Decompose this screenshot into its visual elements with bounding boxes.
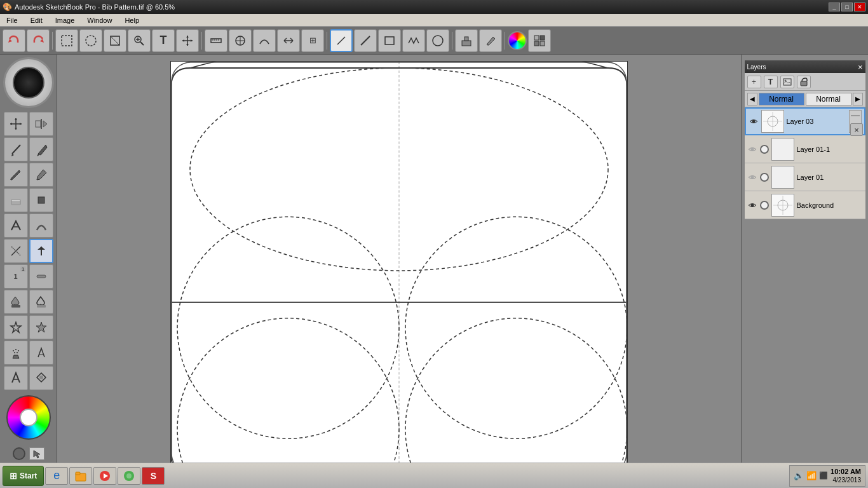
layer-radio-01[interactable] bbox=[760, 173, 769, 182]
layer-name-03: Layer 03 bbox=[787, 118, 846, 125]
move-transform-tool[interactable] bbox=[4, 112, 28, 136]
layer-eye-01[interactable] bbox=[747, 172, 757, 182]
layer-name-01: Layer 01 bbox=[797, 173, 863, 181]
text-button[interactable]: T bbox=[152, 29, 175, 52]
fill-tool-2[interactable] bbox=[29, 290, 53, 314]
pen-tool-1[interactable] bbox=[4, 137, 28, 161]
select-rect-button[interactable] bbox=[55, 29, 78, 52]
layer-radio-bg[interactable] bbox=[760, 201, 769, 210]
stamp-button[interactable] bbox=[455, 29, 478, 52]
brush-tool-2[interactable] bbox=[29, 163, 53, 187]
taskbar-app5[interactable]: S bbox=[142, 467, 165, 485]
smudge-tool-2[interactable] bbox=[29, 264, 53, 288]
layer-thumb-01 bbox=[771, 166, 794, 189]
symmetry-button[interactable] bbox=[229, 29, 252, 52]
taskbar-ie[interactable]: e bbox=[45, 467, 68, 485]
left-tool-row-9 bbox=[4, 315, 53, 339]
svg-rect-53 bbox=[38, 197, 44, 203]
select-lasso-button[interactable] bbox=[79, 29, 102, 52]
spray-tool-1[interactable] bbox=[4, 341, 28, 365]
left-tool-row-6 bbox=[4, 239, 53, 263]
menu-file[interactable]: File bbox=[3, 15, 22, 25]
calligraphy-tool-1[interactable] bbox=[4, 214, 28, 238]
ellipse-tool-button[interactable] bbox=[426, 29, 449, 52]
brush-tool-1[interactable] bbox=[4, 163, 28, 187]
start-button[interactable]: ⊞ Start bbox=[3, 466, 44, 486]
lock-layer-button[interactable] bbox=[797, 76, 811, 88]
pen-button[interactable] bbox=[330, 29, 353, 52]
undo-button[interactable] bbox=[3, 29, 25, 52]
close-button[interactable]: ✕ bbox=[854, 3, 865, 11]
color-dot[interactable] bbox=[13, 447, 25, 460]
start-icon: ⊞ bbox=[10, 471, 17, 481]
titlebar: 🎨 Autodesk SketchBook Pro - Bib Pattern.… bbox=[0, 0, 868, 14]
taskbar-media[interactable] bbox=[93, 467, 116, 485]
start-label: Start bbox=[20, 471, 37, 480]
smudge-tool-1[interactable]: 1 1 bbox=[4, 264, 28, 288]
image-layer-button[interactable] bbox=[780, 76, 794, 88]
layer-item-01-1[interactable]: Layer 01-1 bbox=[745, 135, 865, 163]
color-tool-2[interactable] bbox=[29, 366, 53, 390]
blend-tool-2-active[interactable] bbox=[29, 239, 53, 263]
pointer-tool[interactable] bbox=[29, 447, 44, 460]
layer-eye-03[interactable] bbox=[749, 116, 759, 126]
maximize-button[interactable]: □ bbox=[841, 3, 853, 11]
blend-tool-1[interactable] bbox=[4, 239, 28, 263]
rect-tool-button[interactable] bbox=[378, 29, 401, 52]
line-button[interactable] bbox=[354, 29, 377, 52]
menu-edit[interactable]: Edit bbox=[27, 15, 46, 25]
titlebar-controls[interactable]: _ □ ✕ bbox=[829, 3, 865, 11]
toolbar-separator bbox=[52, 32, 53, 50]
svg-marker-56 bbox=[37, 247, 45, 250]
text-layer-button[interactable]: T bbox=[764, 76, 778, 88]
zoom-button[interactable] bbox=[128, 29, 151, 52]
color-tool-1[interactable] bbox=[4, 366, 28, 390]
layer-radio-01-1[interactable] bbox=[760, 145, 769, 154]
eraser-tool-1[interactable] bbox=[4, 188, 28, 212]
stamp-tool-2[interactable] bbox=[29, 315, 53, 339]
layer-item-03[interactable]: Layer 03 bbox=[745, 107, 865, 135]
move-button[interactable] bbox=[176, 29, 199, 52]
brush2-button[interactable] bbox=[479, 29, 502, 52]
canvas-container[interactable] bbox=[57, 55, 741, 463]
blend-prev-button[interactable]: ◀ bbox=[747, 93, 757, 105]
guides-button[interactable]: ⊞ bbox=[301, 29, 324, 52]
blend-mode-label[interactable]: Normal bbox=[759, 93, 804, 105]
minimize-button[interactable]: _ bbox=[829, 3, 840, 11]
fill-tool-1[interactable] bbox=[4, 290, 28, 314]
canvas[interactable] bbox=[170, 61, 628, 463]
panel-close-button[interactable]: × bbox=[850, 123, 863, 136]
layer-eye-bg[interactable] bbox=[747, 200, 757, 210]
brush-size-indicator[interactable] bbox=[3, 57, 54, 108]
redo-button[interactable] bbox=[27, 29, 50, 52]
blend-next-button[interactable]: ▶ bbox=[853, 93, 863, 105]
flip-tool[interactable] bbox=[29, 112, 53, 136]
layers-close-button[interactable]: × bbox=[858, 62, 863, 72]
svg-marker-14 bbox=[182, 39, 184, 42]
layer-eye-01-1[interactable] bbox=[747, 144, 757, 154]
curve-button[interactable] bbox=[253, 29, 276, 52]
menu-window[interactable]: Window bbox=[83, 15, 116, 25]
spray-tool-2[interactable] bbox=[29, 341, 53, 365]
wave-button[interactable] bbox=[402, 29, 425, 52]
color-wheel-button[interactable] bbox=[508, 31, 527, 50]
ruler-button[interactable] bbox=[205, 29, 227, 52]
crop-button[interactable] bbox=[104, 29, 126, 52]
menu-help[interactable]: Help bbox=[121, 15, 143, 25]
svg-rect-31 bbox=[385, 37, 394, 44]
tray-icon-2: 📶 bbox=[806, 471, 817, 480]
layer-item-background[interactable]: Background bbox=[745, 191, 865, 219]
pen-tool-2[interactable] bbox=[29, 137, 53, 161]
menu-image[interactable]: Image bbox=[51, 15, 79, 25]
taskbar-explorer[interactable] bbox=[69, 467, 92, 485]
left-tool-row-8 bbox=[4, 290, 53, 314]
taskbar-firefox[interactable] bbox=[118, 467, 140, 485]
color-wheel-left[interactable] bbox=[6, 395, 51, 440]
transform-button[interactable] bbox=[277, 29, 300, 52]
eraser-tool-2[interactable] bbox=[29, 188, 53, 212]
stamp-tool-1[interactable] bbox=[4, 315, 28, 339]
layer-item-01[interactable]: Layer 01 bbox=[745, 163, 865, 191]
grid-button[interactable] bbox=[528, 29, 551, 52]
add-layer-button[interactable]: + bbox=[747, 76, 761, 88]
calligraphy-tool-2[interactable] bbox=[29, 214, 53, 238]
